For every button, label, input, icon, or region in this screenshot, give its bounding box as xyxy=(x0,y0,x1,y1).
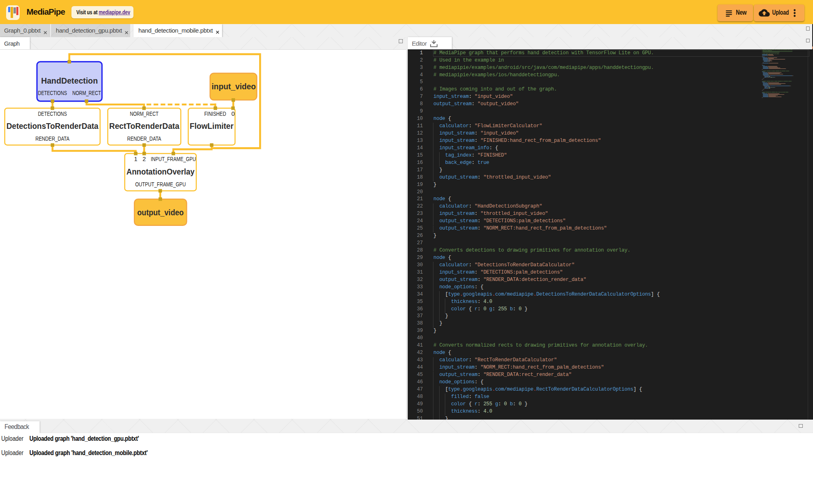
svg-text:HandDetection: HandDetection xyxy=(41,76,98,85)
svg-text:output_video: output_video xyxy=(137,208,184,217)
svg-text:DETECTIONS: DETECTIONS xyxy=(38,111,67,117)
svg-text:RectToRenderData: RectToRenderData xyxy=(109,122,180,130)
svg-text:DetectionsToRenderData: DetectionsToRenderData xyxy=(7,122,99,130)
svg-text:RENDER_DATA: RENDER_DATA xyxy=(36,135,70,142)
svg-text:0: 0 xyxy=(231,111,235,117)
svg-text:FlowLimiter: FlowLimiter xyxy=(190,121,234,130)
svg-text:RENDER_DATA: RENDER_DATA xyxy=(127,135,161,142)
svg-text:2: 2 xyxy=(142,156,146,163)
svg-text:AnnotationOverlay: AnnotationOverlay xyxy=(127,167,195,176)
svg-text:input_video: input_video xyxy=(211,82,255,91)
svg-text:1: 1 xyxy=(134,156,137,163)
svg-text:NORM_RECT: NORM_RECT xyxy=(130,111,158,117)
svg-text:DETECTIONS: DETECTIONS xyxy=(38,90,67,96)
svg-text:INPUT_FRAME_GPU: INPUT_FRAME_GPU xyxy=(151,156,195,163)
svg-text:NORM_RECT: NORM_RECT xyxy=(72,90,101,96)
svg-text:FINISHED: FINISHED xyxy=(204,111,226,117)
svg-text:OUTPUT_FRAME_GPU: OUTPUT_FRAME_GPU xyxy=(135,181,186,188)
